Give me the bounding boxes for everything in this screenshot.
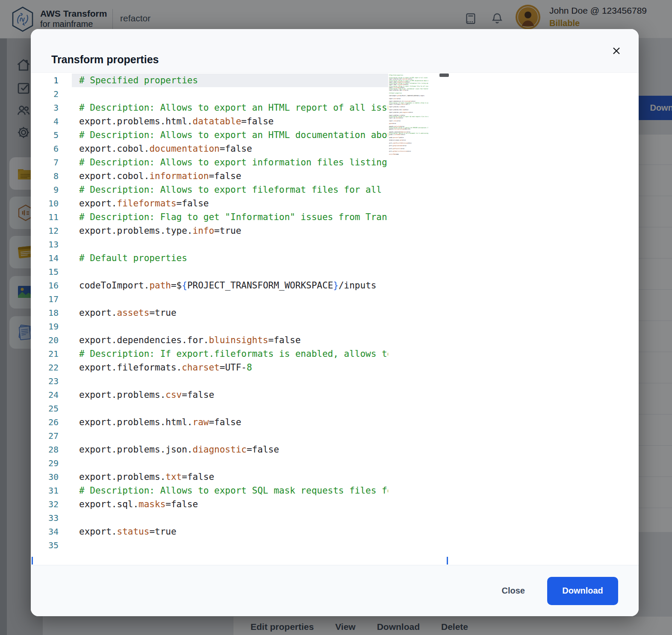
code-line: 31# Description: Allows to export SQL ma… <box>31 484 639 497</box>
code-line: 14# Default properties <box>31 251 639 265</box>
code-text: export.assets=true <box>79 308 388 318</box>
code-line: 2 <box>31 87 639 101</box>
code-line: 17 <box>31 292 639 306</box>
line-number: 3 <box>31 103 59 113</box>
line-number: 15 <box>31 267 59 277</box>
hscroll-right-marker <box>447 557 448 564</box>
code-line: 33 <box>31 511 639 525</box>
code-line: 10export.fileformats=false <box>31 197 639 210</box>
line-number: 13 <box>31 239 59 250</box>
code-text: # Description: Allows to export an HTML … <box>79 103 388 113</box>
code-line: 29 <box>31 456 639 470</box>
screen: AWS Transform for mainframe refactor Joh… <box>0 0 672 635</box>
line-number: 6 <box>31 144 59 154</box>
code-text: export.sql.masks=false <box>79 499 388 509</box>
code-line: 11# Description: Flag to get "Informatio… <box>31 210 639 224</box>
line-number: 14 <box>31 253 59 263</box>
code-text: # Description: If export.fileformats is … <box>79 349 388 359</box>
line-number: 18 <box>31 308 59 318</box>
line-number: 34 <box>31 526 59 537</box>
line-number: 24 <box>31 390 59 400</box>
line-number: 31 <box>31 485 59 496</box>
code-line: 26export.problems.html.raw=false <box>31 415 639 429</box>
code-text: export.cobol.documentation=false <box>79 144 388 154</box>
line-number: 27 <box>31 431 59 441</box>
line-number: 22 <box>31 362 59 373</box>
line-number: 25 <box>31 403 59 414</box>
line-number: 4 <box>31 116 59 126</box>
code-line: 22export.fileformats.charset=UTF-8 <box>31 361 639 374</box>
modal-footer: Close Download <box>31 565 639 616</box>
code-line: 9# Description: Allows to export filefor… <box>31 183 639 197</box>
code-line: 30export.problems.txt=false <box>31 470 639 484</box>
code-line: 3# Description: Allows to export an HTML… <box>31 101 639 115</box>
code-line: 7# Description: Allows to export informa… <box>31 156 639 169</box>
line-number: 26 <box>31 417 59 427</box>
code-text: export.problems.type.info=true <box>79 226 388 236</box>
line-number: 8 <box>31 171 59 181</box>
code-text: export.status=true <box>79 526 388 537</box>
code-line: 23 <box>31 374 639 388</box>
download-button[interactable]: Download <box>547 577 618 605</box>
code-text: export.fileformats=false <box>79 198 388 209</box>
code-text: export.cobol.information=false <box>79 171 388 181</box>
line-number: 12 <box>31 226 59 236</box>
line-number: 5 <box>31 130 59 140</box>
minimap-content: # Specified properties# Description: All… <box>389 74 439 155</box>
line-number: 35 <box>31 540 59 550</box>
code-text: codeToImport.path=${PROJECT_TRANSFORM_WO… <box>79 280 388 291</box>
code-line: 24export.problems.csv=false <box>31 388 639 402</box>
code-text: # Description: Allows to export fileform… <box>79 185 388 195</box>
line-number: 33 <box>31 513 59 523</box>
line-number: 30 <box>31 472 59 482</box>
editor-vertical-scrollbar-thumb[interactable] <box>439 73 449 77</box>
code-line: 16codeToImport.path=${PROJECT_TRANSFORM_… <box>31 279 639 292</box>
line-number: 32 <box>31 499 59 509</box>
code-text: export.problems.csv=false <box>79 390 388 400</box>
code-line: 19 <box>31 320 639 333</box>
code-line: 8export.cobol.information=false <box>31 169 639 183</box>
code-line: 20export.dependencies.for.bluinsights=fa… <box>31 333 639 347</box>
properties-code-editor[interactable]: 1# Specified properties23# Description: … <box>31 73 639 565</box>
code-line: 25 <box>31 402 639 415</box>
code-line: 6export.cobol.documentation=false <box>31 142 639 156</box>
editor-minimap[interactable]: # Specified properties# Description: All… <box>389 74 439 553</box>
code-text: # Description: Allows to export an HTML … <box>79 130 388 140</box>
code-line: 5# Description: Allows to export an HTML… <box>31 128 639 142</box>
hscroll-left-marker <box>32 557 33 564</box>
code-lines: 1# Specified properties23# Description: … <box>31 73 639 552</box>
line-number: 1 <box>31 75 59 85</box>
line-number: 10 <box>31 198 59 209</box>
code-line: 28export.problems.json.diagnostic=false <box>31 443 639 456</box>
line-number: 28 <box>31 444 59 455</box>
code-text: # Description: Allows to export SQL mask… <box>79 485 388 496</box>
close-button[interactable]: Close <box>499 585 528 596</box>
code-line: 34export.status=true <box>31 525 639 538</box>
code-line: 15 <box>31 265 639 279</box>
code-text: # Default properties <box>79 253 388 263</box>
line-number: 29 <box>31 458 59 468</box>
code-line: 21# Description: If export.fileformats i… <box>31 347 639 361</box>
code-text: export.problems.html.datatable=false <box>79 116 388 126</box>
line-number: 21 <box>31 349 59 359</box>
line-number: 17 <box>31 294 59 304</box>
minimap-line: projectName=app <box>389 153 439 155</box>
code-line: 27 <box>31 429 639 443</box>
line-number: 23 <box>31 376 59 386</box>
line-number: 20 <box>31 335 59 345</box>
code-line: 18export.assets=true <box>31 306 639 320</box>
code-line: 4export.problems.html.datatable=false <box>31 115 639 128</box>
code-text: # Specified properties <box>79 75 388 85</box>
line-number: 11 <box>31 212 59 222</box>
line-number: 7 <box>31 157 59 168</box>
line-number: 9 <box>31 185 59 195</box>
transform-properties-modal: Transform properties 1# Specified proper… <box>31 29 639 616</box>
code-line: 32export.sql.masks=false <box>31 497 639 511</box>
code-line: 12export.problems.type.info=true <box>31 224 639 238</box>
code-text: export.fileformats.charset=UTF-8 <box>79 362 388 373</box>
code-line: 13 <box>31 238 639 251</box>
line-number: 2 <box>31 89 59 99</box>
close-icon[interactable] <box>608 42 625 59</box>
code-line: 1# Specified properties <box>31 73 639 87</box>
line-number: 19 <box>31 321 59 332</box>
